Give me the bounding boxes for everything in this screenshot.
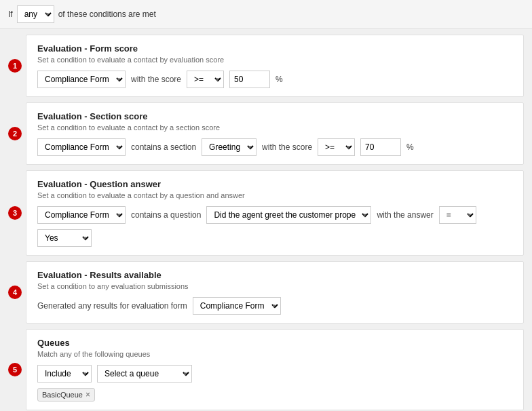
section-4-row: Generated any results for evaluation for… [37, 297, 512, 315]
section-card-5: Queues Match any of the following queues… [26, 329, 524, 410]
condition-select[interactable]: any all [17, 5, 54, 23]
section-number-2: 2 [8, 127, 22, 140]
section-value-select[interactable]: Greeting [202, 138, 256, 156]
condition-select-wrapper[interactable]: any all [17, 5, 54, 23]
answer-operator-wrapper[interactable]: = != [439, 206, 476, 224]
answer-value-wrapper[interactable]: Yes No [37, 229, 92, 247]
section-subtitle-5: Match any of the following queues [37, 350, 512, 358]
operator-select-wrapper-1[interactable]: >= > = < <= [187, 71, 224, 88]
contains-question-label: contains a question [131, 210, 201, 220]
if-label: If [8, 9, 13, 19]
queue-chip: BasicQueue × [37, 388, 95, 402]
section-card-3: Evaluation - Question answer Set a condi… [26, 170, 524, 256]
section-form-score: 1 Evaluation - Form score Set a conditio… [26, 35, 524, 97]
condition-topbar: If any all of these conditions are met [0, 0, 532, 29]
contains-section-label: contains a section [131, 142, 196, 152]
main-content: 1 Evaluation - Form score Set a conditio… [0, 29, 532, 411]
form-select-3[interactable]: Compliance Form [37, 206, 126, 224]
include-select-wrapper[interactable]: Include Exclude [37, 365, 92, 383]
section-title-4: Evaluation - Results available [37, 270, 512, 280]
with-the-score-label-1: with the score [131, 75, 181, 84]
queue-select[interactable]: Select a queue BasicQueue [97, 365, 192, 383]
section-subtitle-4: Set a condition to any evaluation submis… [37, 282, 512, 290]
form-select-wrapper-1[interactable]: Compliance Form [37, 71, 126, 88]
with-the-score-label-2: with the score [262, 142, 312, 152]
with-the-answer-label: with the answer [377, 210, 433, 220]
chip-row: BasicQueue × [37, 388, 512, 402]
section-value-wrapper[interactable]: Greeting [202, 138, 256, 156]
answer-value-select[interactable]: Yes No [37, 229, 92, 247]
of-these-conditions-label: of these conditions are met [58, 9, 156, 19]
section-number-3: 3 [8, 206, 22, 220]
form-select-wrapper-3[interactable]: Compliance Form [37, 206, 126, 224]
score-input-1[interactable] [229, 71, 270, 88]
section-number-4: 4 [8, 286, 22, 299]
section-3-row: Compliance Form contains a question Did … [37, 206, 512, 247]
remove-chip-button[interactable]: × [86, 390, 90, 399]
operator-select-2[interactable]: >= > = [318, 138, 355, 156]
score-input-2[interactable] [360, 138, 401, 156]
answer-operator-select[interactable]: = != [439, 206, 476, 224]
section-number-1: 1 [8, 59, 22, 73]
section-results-available: 4 Evaluation - Results available Set a c… [26, 261, 524, 324]
question-value-wrapper[interactable]: Did the agent greet the customer prope [206, 206, 371, 224]
section-card-2: Evaluation - Section score Set a conditi… [26, 102, 524, 165]
section-section-score: 2 Evaluation - Section score Set a condi… [26, 102, 524, 165]
section-subtitle-3: Set a condition to evaluate a contact by… [37, 191, 512, 199]
section-subtitle-2: Set a condition to evaluate a contact by… [37, 123, 512, 132]
section-title-5: Queues [37, 338, 512, 348]
section-title-3: Evaluation - Question answer [37, 179, 512, 189]
operator-select-wrapper-2[interactable]: >= > = [318, 138, 355, 156]
form-select-1[interactable]: Compliance Form [37, 71, 126, 88]
form-select-wrapper-2[interactable]: Compliance Form [37, 138, 126, 156]
section-card-1: Evaluation - Form score Set a condition … [26, 35, 524, 97]
generated-label: Generated any results for evaluation for… [37, 301, 187, 311]
percent-label-2: % [406, 142, 414, 152]
section-1-row: Compliance Form with the score >= > = < … [37, 71, 512, 88]
section-card-4: Evaluation - Results available Set a con… [26, 261, 524, 324]
form-select-wrapper-4[interactable]: Compliance Form [193, 297, 281, 315]
form-select-2[interactable]: Compliance Form [37, 138, 126, 156]
section-5-row: Include Exclude Select a queue BasicQueu… [37, 365, 512, 383]
section-queues: 5 Queues Match any of the following queu… [26, 329, 524, 410]
percent-label-1: % [276, 75, 283, 84]
chip-label: BasicQueue [42, 391, 83, 399]
select-queue-wrapper[interactable]: Select a queue BasicQueue [97, 365, 192, 383]
operator-select-1[interactable]: >= > = < <= [187, 71, 224, 88]
section-title-2: Evaluation - Section score [37, 111, 512, 121]
question-value-select[interactable]: Did the agent greet the customer prope [206, 206, 371, 224]
section-question-answer: 3 Evaluation - Question answer Set a con… [26, 170, 524, 256]
include-select[interactable]: Include Exclude [37, 365, 92, 383]
section-2-row: Compliance Form contains a section Greet… [37, 138, 512, 156]
section-subtitle-1: Set a condition to evaluate a contact by… [37, 56, 512, 64]
form-select-4[interactable]: Compliance Form [193, 297, 281, 315]
section-number-5: 5 [8, 363, 22, 376]
section-title-1: Evaluation - Form score [37, 43, 512, 54]
